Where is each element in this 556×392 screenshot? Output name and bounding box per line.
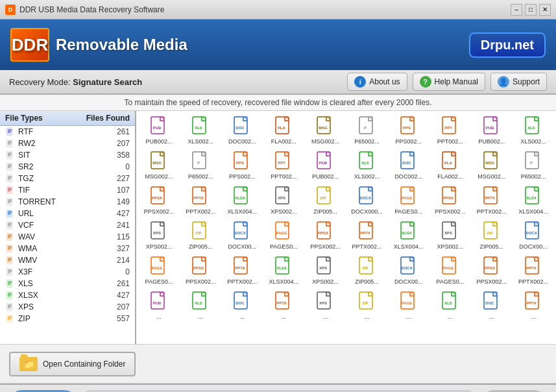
support-button[interactable]: 👤 Support: [490, 73, 547, 91]
file-grid-item[interactable]: PPS PPS002...: [389, 114, 429, 147]
file-grid-item[interactable]: PPT PPT002...: [430, 114, 470, 147]
file-grid-item[interactable]: MSG MSG002...: [139, 149, 179, 182]
file-grid-item[interactable]: XPS XPS002...: [263, 184, 304, 217]
file-grid-item[interactable]: PAGE ...: [389, 289, 429, 323]
file-grid-item[interactable]: DOCX DOCX00...: [222, 219, 262, 252]
file-grid-item[interactable]: DOCX DOCX00...: [389, 254, 429, 288]
file-list-item[interactable]: SIT 358: [0, 149, 135, 161]
file-grid-item[interactable]: ZIP ZIP005...: [346, 254, 387, 288]
file-list-item[interactable]: XPS 207: [0, 301, 135, 313]
svg-rect-86: [401, 117, 414, 134]
file-list-item[interactable]: RTF 261: [0, 126, 135, 138]
file-grid-item[interactable]: ZIP ZIP005...: [305, 184, 345, 217]
file-grid-item[interactable]: ZIP ZIP005...: [180, 219, 221, 252]
file-grid-item[interactable]: PUB PUB002...: [139, 114, 179, 147]
file-grid-item[interactable]: XLSX XLSX004...: [513, 184, 553, 217]
file-grid-item[interactable]: XLS XLS002...: [180, 114, 221, 147]
file-grid-item[interactable]: P P65002...: [180, 149, 221, 182]
file-grid-item[interactable]: XLS ...: [180, 289, 221, 323]
file-list-item[interactable]: XLSX 427: [0, 289, 135, 301]
file-list-item[interactable]: RW2 207: [0, 138, 135, 149]
file-grid-item[interactable]: PAGE PAGES0...: [139, 254, 179, 288]
file-grid-item[interactable]: XLSX XLSX004...: [222, 184, 262, 217]
file-list-item[interactable]: XLS 261: [0, 278, 135, 289]
file-grid-item[interactable]: XLS ...: [430, 289, 470, 323]
file-grid-item[interactable]: PAGE PAGES0...: [430, 254, 470, 288]
file-grid-item[interactable]: PPS PPS002...: [222, 149, 262, 182]
file-grid-item[interactable]: FLA FLA002...: [430, 149, 470, 182]
svg-rect-236: [401, 292, 414, 309]
file-grid-item[interactable]: DOC ...: [222, 289, 262, 323]
file-grid-item[interactable]: DOC DOC002...: [389, 149, 429, 182]
file-grid-item[interactable]: XLS XLS002...: [346, 149, 387, 182]
file-grid-item[interactable]: XPS XPS002...: [430, 219, 470, 252]
file-grid-item[interactable]: P P65002...: [513, 149, 553, 182]
right-panel[interactable]: PUB PUB002... XLS XLS002... DOC DOC002..…: [136, 111, 556, 344]
footer: ◀ Back i To view the recovered Data, ple…: [0, 384, 556, 392]
file-list-item[interactable]: ZIP 557: [0, 313, 135, 325]
file-grid-item[interactable]: XPS XPS002...: [305, 254, 345, 288]
file-grid-item[interactable]: PPTX PPTX002...: [180, 184, 221, 217]
file-grid-item[interactable]: PPTX PPTX002...: [346, 219, 387, 252]
file-grid-item[interactable]: PUB ...: [139, 289, 179, 323]
file-grid-item[interactable]: PPSX PPSX002...: [305, 219, 345, 252]
file-cell-label: XLSX004...: [223, 208, 261, 215]
file-grid-item[interactable]: PPSX PPSX002...: [430, 184, 470, 217]
file-cell-icon: ZIP: [481, 221, 502, 242]
file-grid-item[interactable]: PPTX ...: [513, 289, 553, 323]
file-grid-item[interactable]: DOC DOC002...: [222, 114, 262, 147]
file-list-item[interactable]: X3F 0: [0, 266, 135, 278]
file-cell-label: P65002...: [182, 173, 219, 180]
file-grid-item[interactable]: ZIP ...: [346, 289, 387, 323]
file-grid-item[interactable]: PPTX ...: [263, 289, 304, 323]
file-list-item[interactable]: URL 427: [0, 208, 135, 219]
file-grid-item[interactable]: MSG MSG002...: [472, 149, 512, 182]
file-grid-item[interactable]: XLS XLS002...: [513, 114, 553, 147]
file-list-item[interactable]: TORRENT 149: [0, 196, 135, 208]
file-list-item[interactable]: WAV 115: [0, 231, 135, 243]
file-grid-item[interactable]: DOCX DOCX00...: [513, 219, 553, 252]
close-button[interactable]: ✕: [539, 4, 551, 16]
file-grid-item[interactable]: PPTX PPTX002...: [513, 254, 553, 288]
file-list-item[interactable]: WMV 214: [0, 254, 135, 266]
file-list-item[interactable]: TIF 107: [0, 184, 135, 196]
file-grid-item[interactable]: PPSX PPSX002...: [139, 184, 179, 217]
file-grid-item[interactable]: PAGE PAGES0...: [263, 219, 304, 252]
file-grid-item[interactable]: PUB PUB002...: [305, 149, 345, 182]
svg-text:XLS: XLS: [527, 126, 535, 130]
file-grid-item[interactable]: XLSX XLSX004...: [263, 254, 304, 288]
file-cell-icon: DOCX: [523, 221, 544, 242]
file-grid-item[interactable]: PPT PPT002...: [263, 149, 304, 182]
help-button[interactable]: ? Help Manual: [413, 73, 485, 91]
svg-text:XLSX: XLSX: [277, 266, 287, 270]
file-grid-item[interactable]: PUB PUB002...: [472, 114, 512, 147]
file-grid-item[interactable]: XPS XPS002...: [139, 219, 179, 252]
file-grid-item[interactable]: P P65002...: [346, 114, 387, 147]
file-grid-item[interactable]: MSG MSG002...: [305, 114, 345, 147]
file-grid-item[interactable]: PAGE PAGES0...: [389, 184, 429, 217]
file-grid-item[interactable]: DOCX DOCX000...: [346, 184, 387, 217]
file-grid-item[interactable]: PPSX PPSX002...: [472, 254, 512, 288]
file-grid-item[interactable]: ZIP ZIP005...: [472, 219, 512, 252]
file-grid-item[interactable]: PPSX PPSX002...: [180, 254, 221, 288]
file-list-item[interactable]: VCF 241: [0, 219, 135, 231]
file-grid-item[interactable]: PPTX PPTX002...: [222, 254, 262, 288]
file-grid-item[interactable]: XPS ...: [305, 289, 345, 323]
svg-rect-101: [193, 152, 206, 169]
open-containing-folder-button[interactable]: 📁 Open Containing Folder: [9, 352, 136, 376]
file-grid-item[interactable]: PPTX PPTX002...: [472, 184, 512, 217]
file-cell-label: MSG002...: [306, 138, 344, 145]
file-grid-item[interactable]: FLA FLA002...: [263, 114, 304, 147]
window-controls[interactable]: – □ ✕: [511, 4, 551, 16]
file-list-item[interactable]: SR2 0: [0, 161, 135, 173]
minimize-button[interactable]: –: [511, 4, 522, 16]
maximize-button[interactable]: □: [525, 4, 537, 16]
about-button[interactable]: i About us: [347, 73, 407, 91]
file-list-item[interactable]: WMA 327: [0, 243, 135, 254]
svg-rect-95: [526, 117, 538, 134]
file-grid-item[interactable]: DOC ...: [472, 289, 512, 323]
file-list-item[interactable]: TGZ 227: [0, 173, 135, 184]
svg-text:PPT: PPT: [278, 161, 286, 165]
file-grid-item[interactable]: XLSX XLSX004...: [389, 219, 429, 252]
file-list-scroll[interactable]: RTF 261 RW2 207: [0, 126, 135, 344]
